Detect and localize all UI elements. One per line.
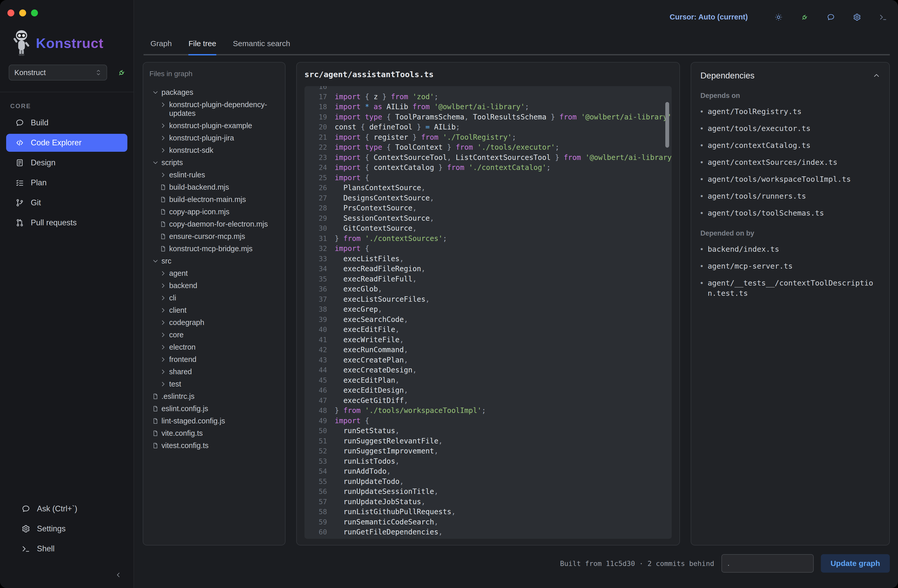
- tree-file-lint-staged-config-js[interactable]: lint-staged.config.js: [149, 415, 279, 427]
- tab-semantic-search[interactable]: Semantic search: [233, 39, 290, 55]
- tree-file-ensure-cursor-mcp-mjs[interactable]: ensure-cursor-mcp.mjs: [149, 230, 279, 242]
- code-line-40: 40 execEditFile,: [304, 325, 672, 335]
- tree-folder-konstruct-sdk[interactable]: konstruct-sdk: [149, 144, 279, 156]
- dependency-item[interactable]: agent/tools/toolSchemas.ts: [700, 208, 880, 218]
- tree-folder-codegraph[interactable]: codegraph: [149, 316, 279, 329]
- tree-folder-konstruct-plugin-example[interactable]: konstruct-plugin-example: [149, 119, 279, 132]
- dependency-item[interactable]: agent/mcp-server.ts: [700, 261, 880, 271]
- files-in-graph-panel: Files in graph packageskonstruct-plugin-…: [143, 62, 286, 545]
- tree-file-vitest-config-ts[interactable]: vitest.config.ts: [149, 439, 279, 452]
- dependency-item[interactable]: agent/tools/runners.ts: [700, 191, 880, 201]
- sidebar-item-shell[interactable]: Shell: [12, 540, 121, 558]
- file-tree: packageskonstruct-plugin-dependency-upda…: [149, 86, 279, 452]
- tree-folder-packages[interactable]: packages: [149, 86, 279, 99]
- file-icon: [160, 233, 166, 240]
- tree-folder-scripts[interactable]: scripts: [149, 156, 279, 169]
- tree-folder-konstruct-plugin-dependency-updates[interactable]: konstruct-plugin-dependency-updates: [149, 99, 279, 119]
- line-number: 42: [304, 346, 335, 354]
- sun-icon[interactable]: [775, 13, 783, 21]
- chevron-right-icon: [160, 356, 166, 363]
- sidebar-item-ask-ctrl[interactable]: Ask (Ctrl+`): [12, 500, 121, 518]
- line-number: 49: [304, 417, 335, 425]
- tree-file-build-backend-mjs[interactable]: build-backend.mjs: [149, 181, 279, 193]
- topbar-icons: [775, 13, 887, 21]
- tree-folder-konstruct-plugin-jira[interactable]: konstruct-plugin-jira: [149, 132, 279, 144]
- tab-file-tree[interactable]: File tree: [188, 39, 216, 55]
- dependency-item[interactable]: agent/ToolRegistry.ts: [700, 106, 880, 117]
- tree-file-build-electron-main-mjs[interactable]: build-electron-main.mjs: [149, 193, 279, 206]
- tree-folder-cli[interactable]: cli: [149, 292, 279, 304]
- terminal-icon: [879, 13, 887, 21]
- chat-icon[interactable]: [827, 13, 835, 21]
- tree-file-eslintrc-js[interactable]: .eslintrc.js: [149, 390, 279, 402]
- traffic-light-close[interactable]: [8, 9, 14, 16]
- chevron-right-icon: [160, 135, 166, 142]
- terminal-icon[interactable]: [879, 13, 887, 21]
- code-line-61: 61 runGetFilesDependingOn,: [304, 537, 672, 539]
- tree-file-vite-config-ts[interactable]: vite.config.ts: [149, 427, 279, 439]
- traffic-light-minimize[interactable]: [19, 9, 26, 16]
- plug-icon[interactable]: [801, 13, 809, 21]
- chevron-down-icon: [152, 159, 159, 166]
- gear-icon[interactable]: [853, 13, 861, 21]
- tree-folder-eslint-rules[interactable]: eslint-rules: [149, 169, 279, 181]
- sidebar-item-design[interactable]: Design: [6, 154, 128, 172]
- tab-graph[interactable]: Graph: [151, 39, 172, 55]
- tree-folder-test[interactable]: test: [149, 378, 279, 390]
- sidebar-item-git[interactable]: Git: [6, 194, 128, 212]
- dependency-item[interactable]: agent/tools/workspaceToolImpl.ts: [700, 174, 880, 184]
- tree-folder-backend[interactable]: backend: [149, 279, 279, 292]
- code-line-60: 60 runGetFileDependencies,: [304, 527, 672, 537]
- line-number: 51: [304, 437, 335, 445]
- tree-folder-shared[interactable]: shared: [149, 365, 279, 378]
- sidebar-item-plan[interactable]: Plan: [6, 174, 128, 192]
- content-panels: Files in graph packageskonstruct-plugin-…: [134, 55, 898, 545]
- files-panel-title: Files in graph: [149, 70, 279, 78]
- code-line-53: 53 runListTodos,: [304, 456, 672, 466]
- file-icon: [152, 393, 159, 400]
- sidebar-item-code-explorer[interactable]: Code Explorer: [6, 134, 128, 152]
- line-number: 43: [304, 356, 335, 364]
- line-number: 41: [304, 336, 335, 344]
- line-number: 18: [304, 103, 335, 111]
- tree-file-copy-daemon-for-electron-mjs[interactable]: copy-daemon-for-electron.mjs: [149, 218, 279, 230]
- sun-icon: [775, 13, 783, 21]
- tree-file-copy-app-icon-mjs[interactable]: copy-app-icon.mjs: [149, 206, 279, 218]
- code-line-45: 45 execEditPlan,: [304, 375, 672, 385]
- code-line-34: 34 execReadFileRegion,: [304, 264, 672, 274]
- tree-folder-agent[interactable]: agent: [149, 267, 279, 279]
- traffic-light-zoom[interactable]: [31, 9, 38, 16]
- sidebar-item-build[interactable]: Build: [6, 114, 128, 132]
- dependency-item[interactable]: agent/__tests__/contextToolDescription.t…: [700, 278, 880, 299]
- project-select[interactable]: Konstruct: [9, 65, 107, 80]
- dependency-item[interactable]: agent/contextSources/index.ts: [700, 157, 880, 167]
- line-number: 16: [304, 86, 335, 91]
- tree-file-konstruct-mcp-bridge-mjs[interactable]: konstruct-mcp-bridge.mjs: [149, 242, 279, 255]
- sidebar-item-settings[interactable]: Settings: [12, 520, 121, 538]
- code-line-19: 19import type { ToolParamsSchema, ToolRe…: [304, 112, 672, 122]
- tree-folder-electron[interactable]: electron: [149, 341, 279, 353]
- dependency-item[interactable]: backend/index.ts: [700, 244, 880, 254]
- editor-scrollbar[interactable]: [665, 102, 669, 148]
- line-number: 28: [304, 204, 335, 212]
- chevron-right-icon: [160, 171, 166, 179]
- tree-folder-core[interactable]: core: [149, 329, 279, 341]
- line-number: 20: [304, 123, 335, 131]
- sidebar-item-pull-requests[interactable]: Pull requests: [6, 214, 128, 232]
- plug-icon[interactable]: [117, 68, 126, 77]
- update-graph-button[interactable]: Update graph: [821, 554, 890, 573]
- tree-folder-client[interactable]: client: [149, 304, 279, 316]
- tree-folder-frontend[interactable]: frontend: [149, 353, 279, 365]
- dependency-item[interactable]: agent/tools/executor.ts: [700, 123, 880, 134]
- chevron-right-icon: [160, 282, 166, 289]
- tree-file-eslint-config-js[interactable]: eslint.config.js: [149, 402, 279, 415]
- graph-path-input[interactable]: [721, 554, 814, 573]
- chevron-up-icon[interactable]: [873, 72, 880, 79]
- code-line-35: 35 execReadFileFull,: [304, 274, 672, 284]
- sidebar-collapse-icon[interactable]: [115, 572, 122, 578]
- file-icon: [152, 417, 159, 425]
- dependency-item[interactable]: agent/contextCatalog.ts: [700, 140, 880, 151]
- app-title: Konstruct: [36, 35, 103, 51]
- chevron-right-icon: [160, 368, 166, 375]
- tree-folder-src[interactable]: src: [149, 255, 279, 267]
